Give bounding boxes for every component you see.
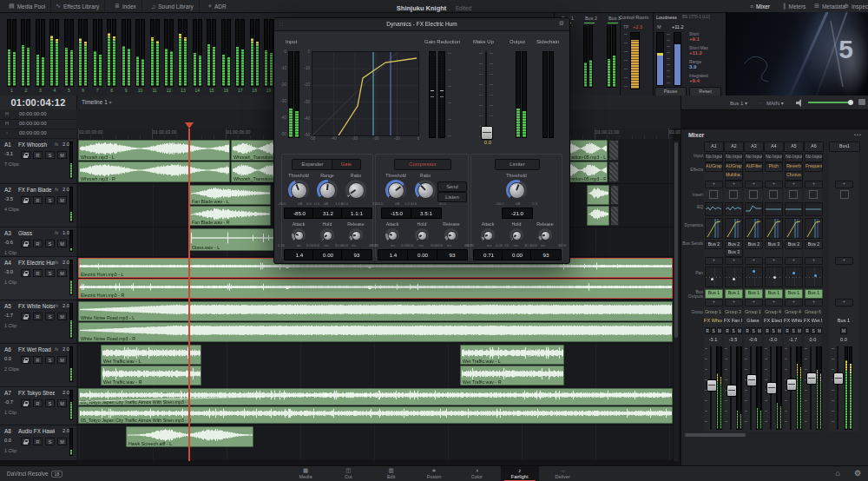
add-send-button[interactable]: + (785, 257, 803, 265)
dynamics-thumbnail[interactable] (785, 218, 803, 239)
release-knob[interactable] (349, 228, 363, 242)
eq-thumbnail[interactable] (745, 202, 763, 216)
insert-toggle[interactable] (749, 190, 758, 199)
pan-pad[interactable] (745, 267, 763, 287)
timeline-scrollbar[interactable] (674, 141, 679, 461)
bus-output[interactable]: Bus 1 (785, 289, 803, 299)
audio-clip[interactable] (587, 185, 609, 205)
monitor-dest-select[interactable]: MAIN ▾ (766, 100, 784, 106)
s-button[interactable]: S (811, 327, 816, 334)
r-button[interactable]: R (785, 327, 790, 334)
automation-curve[interactable] (79, 280, 673, 299)
add-effect-button[interactable]: + (805, 181, 823, 188)
fader-handle[interactable] (786, 379, 797, 391)
mixer-col-header[interactable]: A1 (704, 142, 724, 152)
add-output-button[interactable]: + (745, 299, 763, 306)
track-header-A5[interactable]: A5FX White Noisefx2.0-1.7RSM1 Clip (0, 300, 76, 344)
add-output-button[interactable]: + (835, 299, 853, 306)
track-lane-A5[interactable]: White Noise Road.mp3 - LWhite Noise Road… (76, 300, 673, 344)
audio-clip[interactable]: Wet Traffic.wav - R (101, 366, 201, 385)
fader-handle[interactable] (766, 382, 777, 394)
s-button[interactable]: S (45, 356, 55, 364)
insert-toggle[interactable] (789, 190, 798, 199)
hold-knob[interactable] (415, 228, 429, 242)
m-button[interactable]: M (757, 327, 762, 334)
insert-toggle[interactable] (840, 190, 849, 199)
lock-button[interactable] (21, 438, 30, 445)
pan-pad[interactable] (785, 267, 803, 287)
mixer-col-header[interactable]: Bus1 (829, 142, 860, 152)
r-button[interactable]: R (33, 240, 43, 247)
automation-curve[interactable] (79, 389, 673, 405)
r-button[interactable]: R (33, 313, 43, 320)
s-button[interactable]: S (45, 151, 55, 159)
listen-button[interactable]: Listen (437, 192, 467, 202)
dynamics-thumbnail[interactable] (725, 218, 743, 239)
pan-pad[interactable] (765, 267, 783, 287)
offline-clip[interactable] (610, 206, 619, 226)
offline-clip[interactable] (608, 161, 619, 182)
compressor-tab[interactable]: Compressor (394, 159, 451, 170)
eq-thumbnail[interactable] (785, 202, 803, 216)
r-button[interactable]: R (33, 399, 43, 407)
lock-button[interactable] (21, 399, 30, 407)
ratio-knob[interactable] (345, 180, 366, 201)
insert-toggle[interactable] (769, 190, 778, 199)
m-button[interactable]: M (840, 327, 847, 334)
eq-thumbnail[interactable] (805, 202, 823, 216)
mixer-toggle-button[interactable]: ≡ Mixer (745, 0, 775, 12)
m-button[interactable]: M (57, 151, 67, 159)
s-button[interactable]: S (45, 269, 55, 277)
track-lane-A8[interactable]: Hawk Screech.aiff - L (76, 425, 673, 461)
audio-clip[interactable]: White Noise Road.mp3 - R (78, 322, 673, 342)
dynamics-thumbnail[interactable] (765, 218, 783, 239)
offline-clip[interactable] (608, 140, 619, 161)
bus-output[interactable]: Bus 1 (725, 289, 743, 299)
track-lane-A7[interactable]: 05_Tokyo Japan City Traffic Atmos With S… (76, 387, 673, 425)
input-select[interactable]: No Input (745, 153, 763, 162)
r-button[interactable]: R (705, 327, 710, 334)
mixer-col-header[interactable]: A6 (804, 142, 824, 152)
mixer-col-header[interactable]: A2 (724, 142, 744, 152)
monitor-source-select[interactable]: Bus 1 ▾ (730, 100, 747, 106)
fader-handle[interactable] (833, 372, 844, 385)
threshold-knob[interactable] (506, 180, 527, 201)
dynamics-thumbnail[interactable] (705, 218, 723, 239)
m-button[interactable]: M (777, 327, 782, 334)
home-icon[interactable]: ⌂ (835, 469, 839, 478)
insert-toggle[interactable] (809, 190, 818, 199)
r-button[interactable]: R (33, 356, 43, 364)
add-output-button[interactable]: + (785, 299, 803, 306)
add-output-button[interactable]: + (805, 299, 823, 306)
gate-tab[interactable]: Gate (332, 159, 361, 170)
hold-knob[interactable] (320, 228, 334, 242)
r-button[interactable]: R (805, 327, 810, 334)
effect-slot[interactable]: Pitch (765, 162, 783, 172)
add-output-button[interactable]: + (725, 299, 743, 306)
bus-send[interactable]: Bus 3 (765, 240, 783, 249)
lock-button[interactable] (21, 240, 30, 247)
input-select[interactable]: No Input (725, 153, 743, 162)
dynamics-thumbnail[interactable] (805, 218, 823, 239)
track-header-A2[interactable]: A2FX Fan Bladefx2.0-3.5RSM4 Clips (0, 184, 76, 227)
add-effect-button[interactable]: + (835, 181, 853, 188)
s-button[interactable]: S (45, 438, 55, 445)
index-button[interactable]: ≣ Index (109, 0, 142, 12)
meters-toggle-button[interactable]: ∥ Meters (778, 0, 811, 12)
limiter-tab[interactable]: Limiter (495, 159, 540, 170)
m-button[interactable]: M (737, 327, 742, 334)
effect-slot[interactable]: Chorus (785, 171, 803, 181)
add-send-button[interactable]: + (835, 257, 853, 265)
expander-tab[interactable]: Expander (292, 159, 333, 170)
ratio-knob[interactable] (415, 180, 436, 201)
insert-toggle[interactable] (729, 190, 738, 199)
effect-slot[interactable]: AUGrap... (705, 162, 723, 172)
add-send-button[interactable]: + (745, 257, 763, 265)
mixer-menu-icon[interactable]: ••• (854, 132, 862, 137)
s-button[interactable]: S (45, 313, 55, 320)
hold-knob[interactable] (510, 228, 523, 242)
s-button[interactable]: S (45, 399, 55, 407)
s-button[interactable]: S (45, 240, 55, 247)
s-button[interactable]: S (45, 196, 55, 204)
dialog-titlebar[interactable]: ∷ Dynamics - FX Electric Hum ⚙ (274, 18, 569, 31)
